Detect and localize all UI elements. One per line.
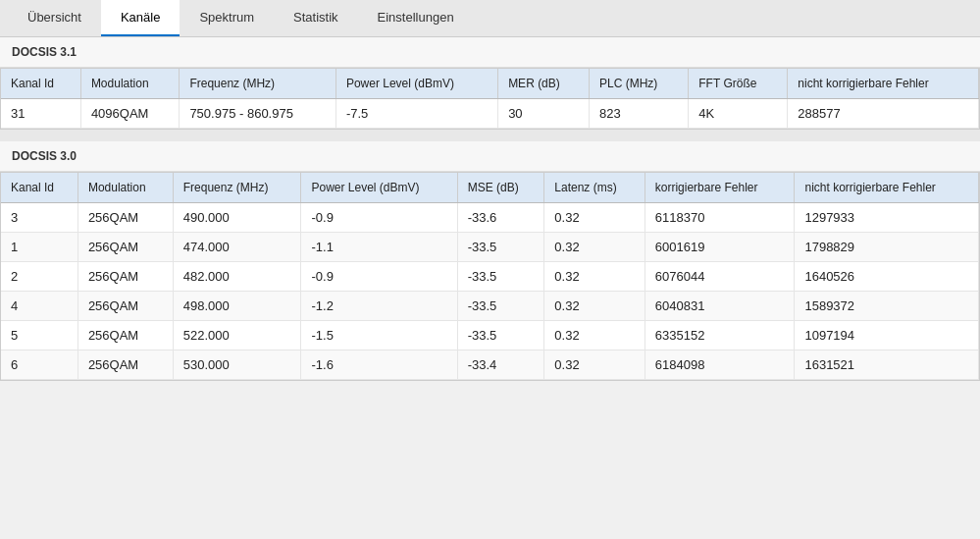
col30-mse: MSE (dB): [457, 173, 544, 203]
col30-korr-fehler: korrigierbare Fehler: [645, 173, 795, 203]
tab-einstellungen[interactable]: Einstellungen: [358, 0, 474, 36]
docsis31-table-wrapper: Kanal Id Modulation Frequenz (MHz) Power…: [0, 68, 980, 130]
col30-modulation: Modulation: [77, 173, 173, 203]
col-fft: FFT Größe: [689, 69, 788, 99]
col30-kanal-id: Kanal Id: [1, 173, 77, 203]
docsis31-tbody: 314096QAM750.975 - 860.975-7.5308234K288…: [1, 99, 979, 129]
table-row: 2256QAM482.000-0.9-33.50.326076044164052…: [1, 262, 979, 292]
docsis30-label: DOCSIS 3.0: [0, 141, 980, 172]
docsis30-table-wrapper: Kanal Id Modulation Frequenz (MHz) Power…: [0, 172, 980, 381]
col-plc: PLC (MHz): [590, 69, 689, 99]
nav-bar: Übersicht Kanäle Spektrum Statistik Eins…: [0, 0, 980, 37]
table-row: 314096QAM750.975 - 860.975-7.5308234K288…: [1, 99, 979, 129]
col30-latenz: Latenz (ms): [544, 173, 645, 203]
col30-power-level: Power Level (dBmV): [301, 173, 457, 203]
table-row: 5256QAM522.000-1.5-33.50.326335152109719…: [1, 321, 979, 350]
docsis30-header-row: Kanal Id Modulation Frequenz (MHz) Power…: [1, 173, 979, 203]
col30-nicht-korr-fehler: nicht korrigierbare Fehler: [795, 173, 979, 203]
docsis31-header-row: Kanal Id Modulation Frequenz (MHz) Power…: [1, 69, 979, 99]
col-modulation: Modulation: [80, 69, 180, 99]
tab-kanale[interactable]: Kanäle: [101, 0, 180, 36]
main-content: DOCSIS 3.1 Kanal Id Modulation Frequenz …: [0, 37, 980, 381]
section-gap: [0, 130, 980, 141]
docsis30-tbody: 3256QAM490.000-0.9-33.60.326118370129793…: [1, 203, 979, 380]
docsis30-table: Kanal Id Modulation Frequenz (MHz) Power…: [1, 173, 979, 380]
docsis31-table: Kanal Id Modulation Frequenz (MHz) Power…: [1, 69, 979, 129]
docsis30-section: DOCSIS 3.0 Kanal Id Modulation Frequenz …: [0, 141, 980, 381]
docsis30-thead: Kanal Id Modulation Frequenz (MHz) Power…: [1, 173, 979, 203]
table-row: 1256QAM474.000-1.1-33.50.326001619179882…: [1, 233, 979, 262]
docsis31-section: DOCSIS 3.1 Kanal Id Modulation Frequenz …: [0, 37, 980, 130]
col30-frequenz: Frequenz (MHz): [173, 173, 301, 203]
table-row: 6256QAM530.000-1.6-33.40.326184098163152…: [1, 350, 979, 380]
col-mer: MER (dB): [498, 69, 590, 99]
col-power-level: Power Level (dBmV): [335, 69, 497, 99]
table-row: 4256QAM498.000-1.2-33.50.326040831158937…: [1, 292, 979, 321]
col-kanal-id: Kanal Id: [1, 69, 80, 99]
table-row: 3256QAM490.000-0.9-33.60.326118370129793…: [1, 203, 979, 233]
docsis31-thead: Kanal Id Modulation Frequenz (MHz) Power…: [1, 69, 979, 99]
tab-statistik[interactable]: Statistik: [274, 0, 358, 36]
col-frequenz: Frequenz (MHz): [180, 69, 336, 99]
col-nicht-korr: nicht korrigierbare Fehler: [788, 69, 979, 99]
tab-spektrum[interactable]: Spektrum: [180, 0, 274, 36]
docsis31-label: DOCSIS 3.1: [0, 37, 980, 68]
tab-ubersicht[interactable]: Übersicht: [8, 0, 101, 36]
